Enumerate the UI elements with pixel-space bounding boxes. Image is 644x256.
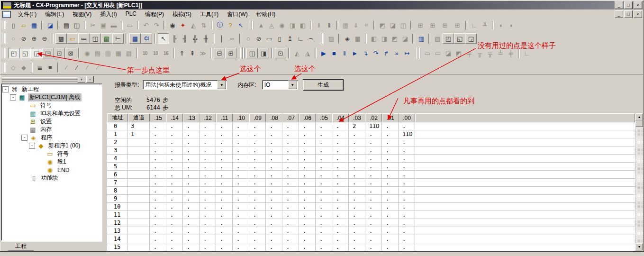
toolbar-grip[interactable] (250, 20, 252, 30)
properties-button[interactable]: ▥ (416, 34, 426, 43)
view-report-button[interactable]: ◪ (45, 20, 55, 30)
chevron-down-icon[interactable]: ▼ (288, 81, 297, 89)
help-button[interactable]: ? (225, 20, 236, 30)
transfer-to-plc-button[interactable]: ⇓ (351, 20, 361, 30)
new-button[interactable]: ▯ (8, 20, 18, 30)
menu-item-3[interactable]: 插入(I) (96, 9, 121, 19)
tree-item-project[interactable]: -⌘新工程 (1, 85, 102, 93)
contact-or-open-button[interactable]: ╬ (190, 34, 200, 43)
save-button[interactable]: ▦ (29, 20, 39, 30)
tree-item-plc[interactable]: -▦新PLC1[CJ1M] 离线 (1, 93, 102, 101)
view-io-comment-button[interactable]: ⊡ (54, 48, 65, 58)
network-1-button[interactable]: ▭ (422, 48, 433, 58)
watch-sheet-button[interactable]: ▤ (92, 48, 103, 58)
tree-expander-icon[interactable]: - (29, 143, 35, 149)
toolbar-grip[interactable] (2, 47, 4, 59)
toolbar-grip[interactable] (320, 33, 322, 44)
child-minimize-button[interactable]: _ (615, 10, 623, 18)
paste-special-button[interactable]: ▭ (125, 20, 135, 30)
vertical-line-button[interactable]: │ (217, 34, 227, 43)
sim-run-to-end-button[interactable]: ↦ (402, 48, 412, 58)
goto-next-address-button[interactable]: ⇞ (187, 48, 198, 58)
view-rung-properties-button[interactable]: ⊠ (65, 48, 76, 58)
sort-button[interactable]: ⇅ (199, 20, 209, 30)
toolbar-grip[interactable] (2, 20, 4, 30)
diff-pen-4-button[interactable]: ⁄ (92, 63, 103, 73)
edit-rung-1-button[interactable]: ◇ (8, 63, 18, 73)
instruction-button[interactable]: ▭ (264, 34, 274, 43)
toolbar-grip[interactable] (2, 33, 4, 44)
sim-run-button[interactable]: ▶ (318, 48, 329, 58)
paste-button[interactable]: ▬ (109, 20, 119, 30)
menu-item-4[interactable]: PLC (121, 9, 141, 19)
scrollbar-thumb[interactable] (635, 120, 643, 127)
time-chart-button[interactable]: ╨ (480, 20, 490, 30)
find-bit-button[interactable]: ◉ (82, 48, 92, 58)
menu-item-5[interactable]: 编程(P) (141, 9, 168, 19)
data-trace-button[interactable]: ◫ (246, 48, 258, 58)
cpu-status-button[interactable]: ⊡ (275, 48, 286, 58)
zoom-tool-button[interactable]: ○ (8, 34, 18, 43)
tree-item-program-symbols[interactable]: ▭符号 (1, 150, 102, 158)
outline-view-button[interactable]: ▧ (124, 48, 134, 58)
open-button[interactable]: ▱ (18, 20, 29, 30)
generate-button[interactable]: 生成 (303, 79, 344, 91)
online-simulator-button[interactable]: ◧ (298, 20, 308, 30)
rack-4-button[interactable]: ╧ (495, 48, 506, 58)
menu-item-2[interactable]: 视图(V) (68, 9, 96, 19)
coil-open-button[interactable]: ◌ (243, 34, 254, 43)
watch-window-button[interactable]: ◭ (188, 20, 199, 30)
sim-stop-button[interactable]: ■ (329, 48, 339, 58)
window-tile-button[interactable]: ⊟ (214, 48, 225, 58)
symbol-table-button[interactable]: ▤ (101, 33, 112, 44)
tree-item-section1[interactable]: ◉段1 (1, 158, 102, 166)
child-close-button[interactable]: × (634, 10, 642, 18)
zoom-in-button[interactable]: ⊕ (29, 34, 39, 43)
differential-up-button[interactable]: ↥ (285, 34, 295, 43)
rack-2-button[interactable]: ╥ (474, 48, 485, 58)
force-release-button[interactable]: ◗ (506, 20, 517, 30)
report-type-select[interactable]: 用法(包括未使用过的)概况 ▼ (143, 80, 227, 90)
window-split-button[interactable]: ◫ (90, 33, 101, 44)
network-2-button[interactable]: ▭ (433, 48, 443, 58)
menu-item-1[interactable]: 编辑(E) (41, 9, 68, 19)
tree-expander-icon[interactable]: - (21, 135, 27, 141)
minimize-button[interactable]: _ (615, 1, 623, 9)
sim-step-out-button[interactable]: ↱ (381, 48, 391, 58)
display-signed-decimal-button[interactable]: 10 (150, 48, 161, 58)
window-1-button[interactable]: ◰ (443, 33, 454, 44)
tree-expander-icon[interactable]: - (10, 94, 16, 101)
vertical-not-button[interactable]: ∟ (295, 34, 306, 43)
online-edit-begin-button[interactable]: ◩ (377, 20, 388, 30)
contact-closed-button[interactable]: ╢ (180, 34, 190, 43)
tree-expander-icon[interactable]: - (2, 86, 9, 92)
io-table-4-button[interactable]: ⊞ (451, 20, 463, 30)
context-help-button[interactable]: ↖ (236, 20, 246, 30)
zoom-out-button[interactable]: ⊖ (39, 34, 50, 43)
window-2-button[interactable]: ◱ (454, 33, 465, 44)
work-online-button[interactable]: ▲ (256, 20, 266, 30)
program-tree-button[interactable]: ⊢ (112, 33, 124, 44)
scroll-down-icon[interactable]: ▼ (635, 243, 643, 250)
auto-online-button[interactable]: ◬ (266, 20, 277, 30)
comment-3-button[interactable]: ◩ (390, 34, 400, 43)
view-local-symbols-button[interactable]: ◳ (42, 48, 54, 58)
coil-closed-button[interactable]: ⊘ (254, 34, 264, 43)
horizontal-line-button[interactable]: ─ (227, 34, 237, 43)
tree-item-program1[interactable]: -◆新程序1 (00) (1, 142, 102, 150)
view-mnemonic-button[interactable]: ◰ (8, 48, 19, 58)
scroll-up-icon[interactable]: ▲ (635, 113, 643, 120)
mnemonic-view-button[interactable]: ▦ (129, 33, 141, 44)
monitor-view-button[interactable]: ▧ (432, 34, 443, 43)
program-check-options-button[interactable]: ▨ (326, 34, 336, 43)
menu-item-8[interactable]: 窗口(W) (223, 9, 252, 19)
address-reference-tool-button[interactable]: ✦ (178, 20, 188, 30)
copy-button[interactable]: ▣ (98, 20, 109, 30)
diff-pen-1-button[interactable]: ⁄ (61, 63, 72, 73)
print-preview-button[interactable]: ◫ (72, 20, 82, 30)
goto-jump-button[interactable]: ≫ (198, 48, 208, 58)
address-browser-button[interactable]: ▥ (103, 48, 113, 58)
display-decimal-button[interactable]: 10 (140, 48, 150, 58)
network-4-button[interactable]: ◩ (454, 48, 464, 58)
cut-button[interactable]: ✂ (88, 20, 98, 30)
